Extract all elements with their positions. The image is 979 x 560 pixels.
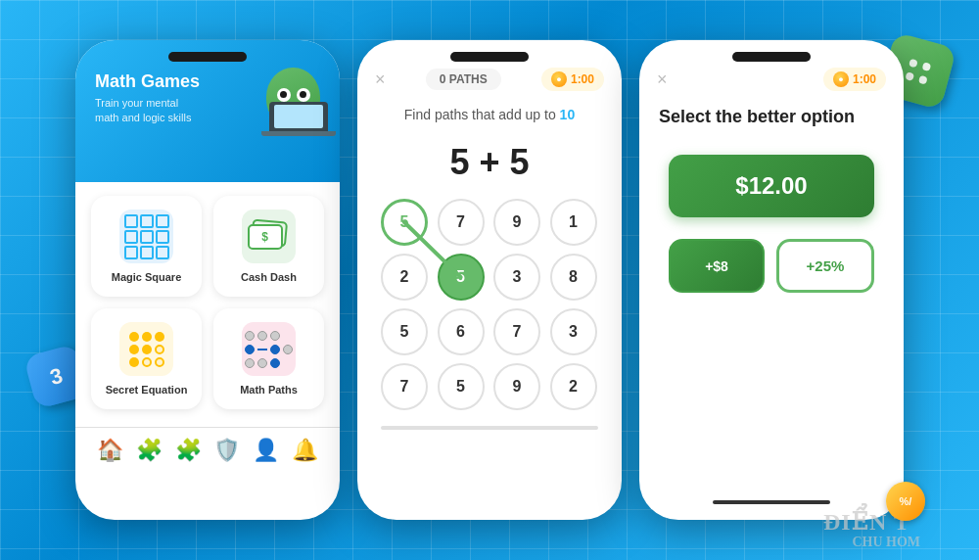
svg-point-0 xyxy=(909,58,918,68)
home-indicator xyxy=(713,500,830,504)
nav-shield[interactable]: 🛡️ xyxy=(213,438,240,463)
svg-point-3 xyxy=(918,74,928,84)
phone3-timer-badge: ● 1:00 xyxy=(823,68,886,91)
main-money-card: $12.00 xyxy=(669,155,874,217)
timer-badge: ● 1:00 xyxy=(541,68,604,91)
owl-eyes xyxy=(277,88,310,102)
owl-pupil-left xyxy=(280,91,287,98)
paths-counter: 0 PATHS xyxy=(426,69,501,90)
num-cell-1-2[interactable]: 3 xyxy=(493,254,540,301)
main-money-value: $12.00 xyxy=(735,172,807,199)
owl-mascot xyxy=(266,68,330,136)
option-money-value: +$8 xyxy=(705,258,728,274)
num-cell-1-3[interactable]: 8 xyxy=(550,254,597,301)
highlight-number: 10 xyxy=(560,107,576,122)
secret-equation-icon xyxy=(119,322,173,376)
num-cell-0-3[interactable]: 1 xyxy=(550,199,597,246)
phone3-title: Select the better option xyxy=(639,101,904,147)
cash-card-icon: $ xyxy=(248,220,291,254)
game-card-magic-square[interactable]: Magic Square xyxy=(91,196,202,297)
num-cell-2-2[interactable]: 7 xyxy=(493,308,540,355)
num-cell-0-1[interactable]: 7 xyxy=(438,199,485,246)
options-row: +$8 +25% xyxy=(639,225,904,306)
watermark-sub: CHU HOM xyxy=(852,535,920,550)
svg-point-2 xyxy=(905,71,914,81)
nav-profile[interactable]: 👤 xyxy=(253,438,279,463)
num-cell-1-1[interactable]: 5 xyxy=(438,254,485,301)
cash-dash-icon: $ xyxy=(242,210,296,263)
phone3-header: × ● 1:00 xyxy=(639,40,904,101)
num-cell-3-2[interactable]: 9 xyxy=(493,363,540,410)
num-cell-2-1[interactable]: 6 xyxy=(438,308,485,355)
nav-active[interactable]: 🧩 xyxy=(175,438,202,463)
timer-text: 1:00 xyxy=(571,72,594,86)
svg-point-1 xyxy=(921,62,931,71)
math-paths-dots xyxy=(245,331,293,368)
question-text: Find paths that add up to 10 xyxy=(357,101,622,136)
bottom-navigation: 🏠 🧩 🧩 🛡️ 👤 🔔 xyxy=(75,427,340,473)
phone1-header: Math Games Train your mentalmath and log… xyxy=(75,40,340,182)
phone2-header: × 0 PATHS ● 1:00 xyxy=(357,40,622,101)
magic-square-icon xyxy=(119,210,173,263)
option-card-percent[interactable]: +25% xyxy=(776,239,874,293)
phone3-timer-text: 1:00 xyxy=(853,72,876,86)
magic-square-grid xyxy=(124,214,169,259)
math-paths-icon xyxy=(242,322,296,376)
number-grid: 5 7 9 1 2 5 3 8 5 6 7 3 7 5 9 2 xyxy=(357,199,622,410)
games-grid: Magic Square $ Cash Dash xyxy=(75,182,340,423)
num-cell-3-0[interactable]: 7 xyxy=(381,363,428,410)
blue-dice-label: 3 xyxy=(47,362,66,390)
phone-math-games: Math Games Train your mentalmath and log… xyxy=(75,40,340,520)
equation-display: 5 + 5 xyxy=(357,136,622,199)
percent-badge: %/ xyxy=(886,482,925,521)
num-cell-3-1[interactable]: 5 xyxy=(438,363,485,410)
nav-puzzle[interactable]: 🧩 xyxy=(136,438,163,463)
progress-bar xyxy=(381,426,598,430)
laptop xyxy=(269,102,328,131)
game-card-cash-dash[interactable]: $ Cash Dash xyxy=(213,196,324,297)
cash-dash-label: Cash Dash xyxy=(241,271,297,283)
num-cell-3-3[interactable]: 2 xyxy=(550,363,597,410)
close-button[interactable]: × xyxy=(375,70,386,90)
math-paths-label: Math Paths xyxy=(240,384,298,396)
secret-dots-grid xyxy=(129,332,164,367)
secret-equation-label: Secret Equation xyxy=(106,384,188,396)
option-card-money[interactable]: +$8 xyxy=(669,239,765,293)
num-cell-2-3[interactable]: 3 xyxy=(550,308,597,355)
owl-pupil-right xyxy=(300,91,306,98)
phone3-close-button[interactable]: × xyxy=(657,70,668,90)
num-cell-2-0[interactable]: 5 xyxy=(381,308,428,355)
nav-home[interactable]: 🏠 xyxy=(97,438,123,463)
phone3-coin-icon: ● xyxy=(833,71,849,87)
phone-select-option: × ● 1:00 Select the better option $12.00… xyxy=(639,40,904,520)
game-card-math-paths[interactable]: Math Paths xyxy=(213,308,324,409)
num-cell-1-0[interactable]: 2 xyxy=(381,254,428,301)
nav-bell[interactable]: 🔔 xyxy=(292,438,318,463)
owl-eye-left xyxy=(277,88,291,102)
option-percent-value: +25% xyxy=(807,257,845,274)
game-card-secret-equation[interactable]: Secret Equation xyxy=(91,308,202,409)
num-cell-0-2[interactable]: 9 xyxy=(493,199,540,246)
magic-square-label: Magic Square xyxy=(112,271,182,283)
coin-icon: ● xyxy=(551,71,567,87)
num-cell-0-0[interactable]: 5 xyxy=(381,199,428,246)
owl-eye-right xyxy=(297,88,310,102)
phone-math-paths-game: × 0 PATHS ● 1:00 Find paths that add up … xyxy=(357,40,622,520)
laptop-screen xyxy=(274,105,323,128)
